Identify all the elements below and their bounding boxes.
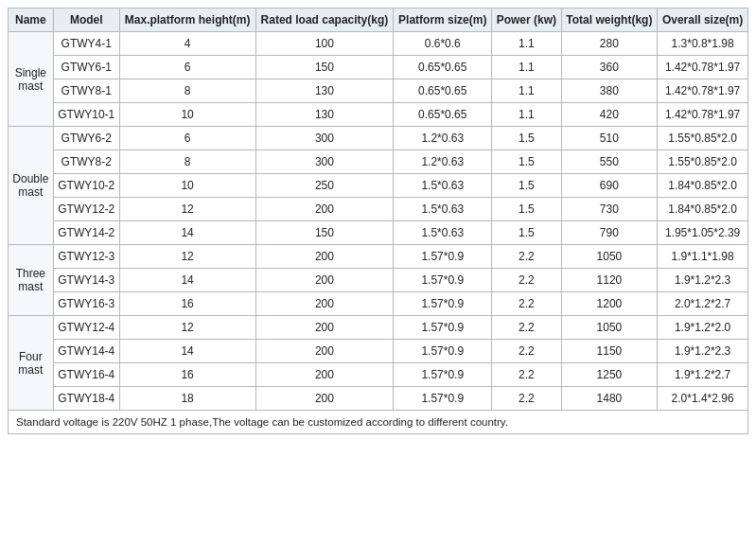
table-cell: GTWY14-2 [53,221,119,245]
table-row: GTWY16-4162001.57*0.92.212501.9*1.2*2.7 [9,363,748,387]
table-cell: 8 [119,79,255,103]
table-cell: GTWY8-1 [53,79,119,103]
table-row: FourmastGTWY12-4122001.57*0.92.210501.9*… [9,316,748,340]
table-cell: 130 [255,79,394,103]
table-cell: 18 [119,387,255,411]
col-header-load: Rated load capacity(kg) [255,9,394,32]
table-cell: 1.5 [492,150,561,174]
table-cell: 300 [255,150,394,174]
group-label: Threemast [9,245,54,316]
table-row: DoublemastGTWY6-263001.2*0.631.55101.55*… [9,127,748,150]
table-cell: 2.2 [492,245,561,269]
table-cell: 1.1 [492,32,561,56]
table-cell: 10 [119,174,255,198]
table-cell: 2.2 [492,269,561,292]
table-cell: 8 [119,150,255,174]
table-cell: 200 [255,292,394,316]
table-row: GTWY18-4182001.57*0.92.214802.0*1.4*2.96 [9,387,748,411]
table-cell: 1.2*0.63 [394,150,492,174]
group-label: Singlemast [9,32,54,127]
table-cell: 1.1 [492,56,561,79]
table-cell: GTWY10-1 [53,103,119,127]
table-cell: 1.42*0.78*1.97 [658,79,748,103]
table-cell: 200 [255,387,394,411]
table-cell: 12 [119,316,255,340]
table-cell: 2.0*1.4*2.96 [658,387,748,411]
table-cell: 200 [255,198,394,221]
table-cell: 14 [119,340,255,363]
table-row: GTWY10-1101300.65*0.651.14201.42*0.78*1.… [9,103,748,127]
table-cell: 150 [255,56,394,79]
table-row: GTWY16-3162001.57*0.92.212002.0*1.2*2.7 [9,292,748,316]
table-cell: 1.9*1.2*2.0 [658,316,748,340]
table-cell: GTWY14-3 [53,269,119,292]
table-cell: 12 [119,245,255,269]
table-cell: 200 [255,340,394,363]
table-cell: 0.65*0.65 [394,56,492,79]
table-cell: GTWY16-3 [53,292,119,316]
table-row: GTWY12-2122001.5*0.631.57301.84*0.85*2.0 [9,198,748,221]
table-cell: 1.42*0.78*1.97 [658,103,748,127]
table-cell: 16 [119,363,255,387]
table-cell: 2.2 [492,387,561,411]
table-cell: 1050 [561,245,658,269]
table-row: GTWY14-3142001.57*0.92.211201.9*1.2*2.3 [9,269,748,292]
table-cell: 1120 [561,269,658,292]
table-cell: 1.57*0.9 [394,340,492,363]
table-cell: 10 [119,103,255,127]
table-row: SinglemastGTWY4-141000.6*0.61.12801.3*0.… [9,32,748,56]
table-cell: GTWY10-2 [53,174,119,198]
table-cell: GTWY4-1 [53,32,119,56]
table-cell: 1.95*1.05*2.39 [658,221,748,245]
table-cell: 1.9*1.2*2.3 [658,340,748,363]
table-cell: 2.2 [492,340,561,363]
group-label: Fourmast [9,316,54,411]
table-cell: 1.57*0.9 [394,316,492,340]
group-label: Doublemast [9,127,54,245]
table-row: GTWY6-161500.65*0.651.13601.42*0.78*1.97 [9,56,748,79]
table-cell: 1050 [561,316,658,340]
table-cell: 6 [119,127,255,150]
table-cell: 1.9*1.1*1.98 [658,245,748,269]
table-cell: 130 [255,103,394,127]
col-header-overall: Overall size(m) [658,9,748,32]
table-cell: 14 [119,221,255,245]
table-cell: 14 [119,269,255,292]
table-cell: 0.65*0.65 [394,79,492,103]
table-cell: 1.1 [492,103,561,127]
table-cell: 1200 [561,292,658,316]
col-header-name: Name [9,9,54,32]
table-cell: 16 [119,292,255,316]
table-cell: 1.9*1.2*2.3 [658,269,748,292]
table-cell: 1.5*0.63 [394,221,492,245]
table-cell: 1.84*0.85*2.0 [658,198,748,221]
table-cell: 690 [561,174,658,198]
table-cell: 200 [255,363,394,387]
table-cell: 1.9*1.2*2.7 [658,363,748,387]
table-cell: GTWY8-2 [53,150,119,174]
table-cell: 2.2 [492,292,561,316]
table-cell: GTWY12-2 [53,198,119,221]
table-cell: GTWY14-4 [53,340,119,363]
table-cell: 1.55*0.85*2.0 [658,150,748,174]
table-cell: 1.5*0.63 [394,198,492,221]
table-cell: 4 [119,32,255,56]
col-header-platform: Platform size(m) [394,9,492,32]
footer-note: Standard voltage is 220V 50HZ 1 phase,Th… [8,411,748,434]
table-cell: GTWY12-4 [53,316,119,340]
table-cell: 1.55*0.85*2.0 [658,127,748,150]
table-cell: 0.65*0.65 [394,103,492,127]
table-cell: 790 [561,221,658,245]
table-row: GTWY10-2102501.5*0.631.56901.84*0.85*2.0 [9,174,748,198]
table-cell: 730 [561,198,658,221]
table-cell: 200 [255,316,394,340]
table-cell: 200 [255,269,394,292]
table-cell: 250 [255,174,394,198]
table-cell: 100 [255,32,394,56]
table-wrapper: Name Model Max.platform height(m) Rated … [0,0,756,442]
product-table: Name Model Max.platform height(m) Rated … [8,8,748,411]
table-cell: 1250 [561,363,658,387]
table-row: ThreemastGTWY12-3122001.57*0.92.210501.9… [9,245,748,269]
table-row: GTWY14-4142001.57*0.92.211501.9*1.2*2.3 [9,340,748,363]
table-cell: 2.2 [492,316,561,340]
